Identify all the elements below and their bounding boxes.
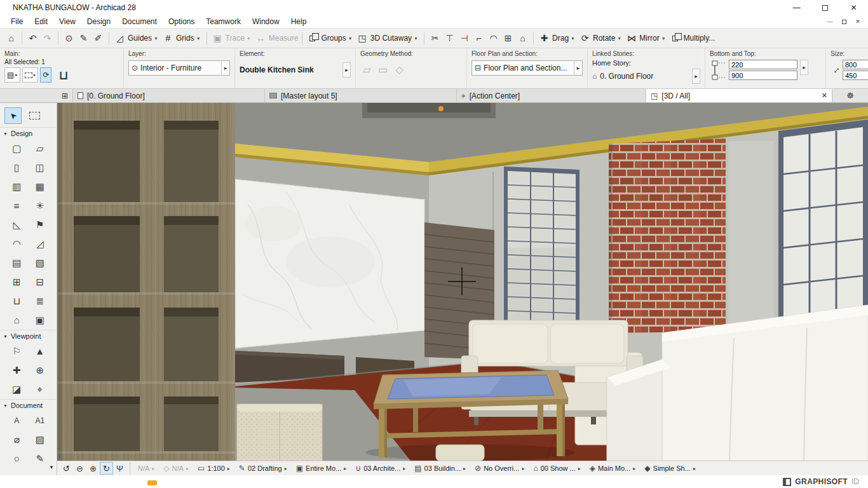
grids-icon[interactable]: #: [161, 30, 175, 46]
toolbox-viewpoint-header[interactable]: ▼ Viewpoint: [0, 330, 57, 342]
walk-mode-icon[interactable]: Ψ: [113, 462, 126, 475]
toolbox-document-header[interactable]: ▼ Document: [0, 399, 57, 411]
floorplan-combo[interactable]: ⊟ Floor Plan and Section... ▸: [471, 60, 583, 76]
mesh-tool[interactable]: ▤: [12, 256, 21, 269]
curtain-wall-tool[interactable]: ▦: [36, 180, 44, 193]
3d-viewport[interactable]: [57, 103, 868, 461]
drag-dropdown-caret[interactable]: ▼: [571, 36, 575, 41]
trace-icon[interactable]: ▣: [210, 30, 225, 46]
model-filter-control[interactable]: ▣ Entire Mo...▸: [292, 464, 351, 473]
bottom-offset-field[interactable]: [729, 71, 797, 80]
model-view-control[interactable]: ◈ Main Mo...▸: [585, 464, 641, 473]
floorplan-flyout-arrow[interactable]: ▸: [574, 61, 582, 75]
menu-edit[interactable]: Edit: [29, 17, 53, 27]
zoom-in-icon[interactable]: ⊕: [86, 462, 100, 475]
detail-tool[interactable]: ◪: [12, 383, 21, 396]
mirror-dropdown-caret[interactable]: ▼: [661, 36, 666, 41]
trim-icon[interactable]: ⊣: [457, 30, 471, 46]
size-height-field[interactable]: [843, 71, 868, 80]
quick-options-button[interactable]: ⊞: [57, 89, 72, 102]
graphisoft-id-badge[interactable]: GRAPHISOFT ID: [783, 477, 868, 486]
menu-view[interactable]: View: [53, 17, 81, 27]
layer-flyout-arrow[interactable]: ▸: [221, 61, 229, 75]
groups-icon[interactable]: [306, 30, 320, 46]
mirror-icon[interactable]: ⋈: [624, 30, 639, 46]
intersect-icon[interactable]: ⌐: [471, 30, 486, 46]
close-button[interactable]: ✕: [839, 0, 868, 15]
restore-button[interactable]: [811, 0, 839, 15]
rotate-mode-button[interactable]: ⟳: [40, 67, 51, 83]
split-icon[interactable]: ✂: [428, 30, 442, 46]
zoom-out-icon[interactable]: ⊖: [73, 462, 86, 475]
story-flyout-arrow[interactable]: ▸: [692, 69, 700, 84]
menu-window[interactable]: Window: [247, 17, 285, 27]
tab-ground-floor[interactable]: [0. Ground Floor]: [72, 89, 264, 102]
camera-tool[interactable]: ⌖: [37, 383, 43, 396]
reset-orbit-icon[interactable]: ↺: [60, 462, 73, 475]
fill-tool[interactable]: ▨: [36, 433, 44, 446]
pick-up-parameters-icon[interactable]: ✎: [76, 30, 91, 46]
interior-elevation-tool[interactable]: ✚: [13, 363, 21, 377]
element-flyout-arrow[interactable]: ▸: [342, 62, 351, 78]
resize-icon[interactable]: ⊞: [501, 30, 515, 46]
measure-label[interactable]: Measure: [269, 34, 299, 43]
dimension-style-control[interactable]: ∪ 03 Archite...▸: [351, 464, 410, 473]
label-tool[interactable]: A1: [35, 414, 44, 427]
doc-restore-button[interactable]: [839, 17, 849, 26]
minimize-button[interactable]: —: [782, 0, 811, 15]
scale-control[interactable]: ▭ 1:100▸: [193, 464, 234, 473]
menu-teamwork[interactable]: Teamwork: [200, 17, 247, 27]
fillet-icon[interactable]: ◠: [486, 30, 501, 46]
pop-up-navigator-icon[interactable]: ☸: [846, 91, 854, 100]
graphic-override-na-control[interactable]: ◇ N/A▸: [159, 464, 193, 473]
guides-dropdown-caret[interactable]: ▼: [154, 36, 158, 41]
geometry-method-2-icon[interactable]: ▭: [378, 64, 388, 76]
shell-tool[interactable]: ◠: [13, 237, 21, 250]
top-offset-field[interactable]: [729, 60, 797, 69]
element-settings-button[interactable]: ▤▸: [4, 67, 20, 83]
undo-icon[interactable]: ↶: [25, 30, 40, 46]
orbit-icon[interactable]: ↻: [100, 462, 113, 475]
renovation-show-control[interactable]: ⌂ 00 Show ...▸: [529, 464, 585, 473]
window-tool[interactable]: ◫: [36, 161, 44, 174]
lamp-tool[interactable]: ✳: [36, 199, 44, 212]
arrow-tool[interactable]: ➤: [4, 107, 22, 124]
groups-label[interactable]: Groups: [321, 34, 346, 43]
elevation-tool[interactable]: ▲: [35, 344, 44, 358]
shadow-control[interactable]: ◆ Simple Sh...▸: [640, 464, 700, 473]
grids-dropdown-caret[interactable]: ▼: [196, 36, 201, 41]
grid-element-tool[interactable]: ▣: [36, 313, 44, 327]
doc-minimize-button[interactable]: —: [825, 17, 835, 26]
geometry-method-3-icon[interactable]: ◇: [395, 64, 403, 76]
find-select-icon[interactable]: ⊙: [62, 30, 76, 46]
renovation-filter-control[interactable]: N/A▸: [133, 464, 159, 472]
drag-icon[interactable]: ✚: [537, 30, 552, 46]
dimension-tool[interactable]: ⌀: [14, 433, 20, 446]
override-control[interactable]: ⊘ No Overri...▸: [470, 464, 529, 473]
cutaway-label[interactable]: 3D Cutaway: [370, 34, 412, 43]
toolbox-scroll-down-icon[interactable]: ▼: [49, 464, 54, 470]
slab-tool[interactable]: ▱: [36, 142, 44, 155]
doc-close-button[interactable]: ✕: [853, 17, 863, 26]
rotate-icon[interactable]: ⟳: [578, 30, 592, 46]
guides-label[interactable]: Guides: [128, 34, 152, 43]
inject-parameters-icon[interactable]: ✐: [91, 30, 105, 46]
circle-tool[interactable]: ○: [14, 452, 20, 465]
groups-dropdown-caret[interactable]: ▼: [348, 36, 353, 41]
tab-3d-all[interactable]: ◳ [3D / All] ✕: [646, 89, 832, 102]
wall-tool[interactable]: ▢: [12, 142, 21, 155]
menu-document[interactable]: Document: [116, 17, 163, 27]
line-tool[interactable]: ✎: [36, 452, 44, 465]
tab-action-center[interactable]: ⌖ [Action Center]: [456, 89, 646, 102]
grids-label[interactable]: Grids: [176, 34, 194, 43]
toolbox-design-header[interactable]: ▼ Design: [0, 127, 57, 139]
elevate-icon[interactable]: ⌂: [515, 30, 530, 46]
measure-icon[interactable]: ↔: [254, 30, 268, 46]
drag-label[interactable]: Drag: [552, 34, 569, 43]
tab-close-icon[interactable]: ✕: [822, 92, 827, 100]
bottom-top-flyout-arrow[interactable]: ▸: [800, 60, 808, 75]
door-tool[interactable]: ▯: [14, 161, 19, 174]
morph-tool[interactable]: ⚑: [36, 218, 44, 231]
marquee-tool[interactable]: [26, 107, 43, 124]
opening-tool[interactable]: ⊟: [36, 275, 44, 288]
